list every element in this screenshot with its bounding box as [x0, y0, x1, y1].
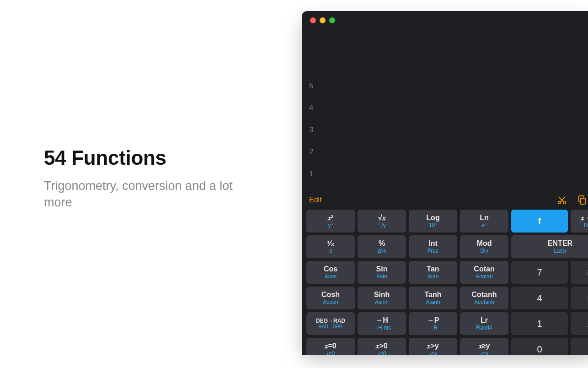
key--p[interactable]: →P→R	[409, 312, 457, 335]
key-sub-label: Rand#	[476, 325, 492, 331]
key--[interactable]: .	[571, 338, 588, 355]
calculator-window: 1 2 3 4 5 Edit 𝑥²yˣ√𝑥ˣ√yLog10ˣLneˣf𝑥 ↔ y…	[302, 11, 588, 355]
promo-subtitle: Trigonometry, conversion and a lot more	[44, 178, 263, 211]
key-main-label: 𝑥=0	[325, 342, 336, 350]
key-tanh[interactable]: TanhAtanh	[409, 287, 457, 309]
key-cotanh[interactable]: CotanhAcotanh	[460, 287, 508, 309]
key-enter[interactable]: ENTERLast𝑥	[511, 235, 588, 258]
key-5[interactable]: 5	[571, 287, 588, 309]
key-main-label: ENTER	[548, 240, 572, 248]
key-ln[interactable]: Lneˣ	[460, 210, 508, 233]
cut-icon[interactable]	[557, 195, 567, 205]
key-main-label: 𝑥²	[328, 214, 333, 222]
key-sub-label: Acotan	[476, 274, 492, 280]
key-cos[interactable]: CosAcos	[306, 261, 355, 284]
key-main-label: Tan	[427, 265, 439, 273]
key--y[interactable]: 𝑥≥y𝑥≤y	[460, 338, 508, 355]
key-mod[interactable]: ModDiv	[460, 235, 508, 258]
key-main-label: Log	[426, 214, 439, 222]
key-main-label: Int	[428, 240, 438, 248]
key-main-label: 𝑥>y	[427, 342, 438, 350]
key-main-label: 7	[537, 268, 542, 277]
key-sub-label: Atanh	[426, 299, 440, 305]
key-sub-label: Frac	[428, 248, 438, 254]
key-main-label: Cotanh	[471, 291, 497, 299]
copy-icon[interactable]	[577, 195, 587, 205]
key-sub-label: 10ˣ	[429, 222, 437, 228]
key--y[interactable]: 𝑥 ↔ yRND	[571, 210, 588, 233]
key-main-label: 𝑥 ↔ y	[581, 214, 588, 222]
key-sub-label: 𝑥≤y	[480, 351, 488, 355]
stack-level: 3	[309, 119, 313, 141]
key-main-label: 0	[537, 345, 542, 354]
key-sub-label: →R	[428, 325, 438, 331]
key-sub-label: Last𝑥	[554, 248, 567, 254]
key--[interactable]: 𝑥²yˣ	[306, 210, 355, 233]
key--0[interactable]: 𝑥=0𝑥≠0	[306, 338, 355, 355]
key--[interactable]: %Δ%	[358, 235, 406, 258]
key-sub-label: eˣ	[481, 222, 487, 228]
key-cosh[interactable]: CoshAcosh	[306, 287, 355, 309]
key-main-label: Lr	[481, 317, 488, 325]
key-sub-label: Acos	[325, 274, 337, 280]
key--[interactable]: ¹⁄ₓ𝑥!	[306, 235, 355, 258]
svg-point-0	[558, 201, 561, 204]
key-sub-label: RAD→DEG	[319, 325, 343, 330]
key-2[interactable]: 2	[571, 312, 588, 335]
key-main-label: Mod	[477, 240, 492, 248]
key-sub-label: 𝑥≠0	[326, 351, 335, 355]
key-sub-label: ˣ√y	[378, 222, 386, 228]
stack-level: 4	[309, 97, 313, 119]
key-0[interactable]: 0	[511, 338, 568, 355]
key-main-label: √𝑥	[378, 214, 385, 222]
key--h[interactable]: →H→H,ms	[358, 312, 406, 335]
stack-display: 1 2 3 4 5	[309, 75, 313, 185]
close-icon[interactable]	[310, 17, 316, 23]
zoom-icon[interactable]	[329, 17, 335, 23]
key-main-label: Tanh	[424, 291, 441, 299]
key-sub-label: Asin	[376, 274, 387, 280]
key-main-label: Cos	[324, 265, 337, 273]
key-main-label: →H	[375, 317, 388, 325]
key-8[interactable]: 8	[571, 261, 588, 284]
key-sub-label: →H,ms	[373, 325, 391, 331]
key-main-label: Cotan	[474, 265, 494, 273]
key--[interactable]: √𝑥ˣ√y	[358, 210, 406, 233]
key-main-label: DEG→RAD	[316, 318, 345, 324]
key-cotan[interactable]: CotanAcotan	[460, 261, 508, 284]
key--y[interactable]: 𝑥>y𝑥<y	[409, 338, 457, 355]
key-main-label: 1	[537, 319, 542, 329]
edit-label[interactable]: Edit	[309, 196, 322, 204]
stack-level: 5	[309, 75, 313, 97]
key-f[interactable]: f	[511, 210, 568, 233]
key-main-label: Sin	[376, 265, 388, 273]
key-main-label: 𝑥>0	[376, 342, 387, 350]
key-sub-label: Div	[480, 248, 488, 254]
key-sub-label: RND	[584, 222, 588, 228]
keypad: 𝑥²yˣ√𝑥ˣ√yLog10ˣLneˣf𝑥 ↔ yRND¹⁄ₓ𝑥!%Δ%IntF…	[306, 210, 588, 355]
key-deg-rad[interactable]: DEG→RADRAD→DEG	[306, 312, 355, 335]
svg-rect-2	[580, 198, 585, 204]
key-sub-label: Acosh	[323, 299, 338, 305]
traffic-lights	[310, 17, 335, 23]
key-sub-label: Acotanh	[474, 299, 494, 305]
key-int[interactable]: IntFrac	[409, 235, 457, 258]
key-main-label: f	[538, 217, 541, 226]
key--0[interactable]: 𝑥>0𝑥<0	[358, 338, 406, 355]
key-sub-label: Asinh	[375, 299, 389, 305]
key-lr[interactable]: LrRand#	[460, 312, 508, 335]
minimize-icon[interactable]	[320, 17, 326, 23]
key-tan[interactable]: TanAtan	[409, 261, 457, 284]
key-7[interactable]: 7	[511, 261, 568, 284]
key-sinh[interactable]: SinhAsinh	[358, 287, 406, 309]
key-main-label: Ln	[480, 214, 489, 222]
key-4[interactable]: 4	[511, 287, 568, 309]
edit-bar: Edit	[302, 192, 588, 208]
key-sub-label: 𝑥<0	[378, 351, 386, 355]
key-main-label: →P	[427, 317, 439, 325]
key-sin[interactable]: SinAsin	[358, 261, 406, 284]
key-log[interactable]: Log10ˣ	[409, 210, 457, 233]
key-sub-label: yˣ	[328, 222, 333, 228]
stack-level: 2	[309, 141, 313, 163]
key-1[interactable]: 1	[511, 312, 568, 335]
